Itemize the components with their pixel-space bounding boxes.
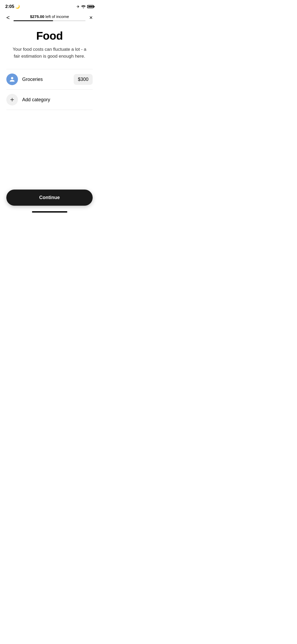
groceries-label: Groceries xyxy=(22,77,74,82)
status-time: 2:05 🌙 xyxy=(5,4,20,9)
page-subtitle: Your food costs can fluctuate a lot - a … xyxy=(6,46,93,59)
back-button[interactable]: < xyxy=(5,14,11,22)
groceries-amount[interactable]: $300 xyxy=(74,74,93,85)
home-indicator xyxy=(32,211,67,213)
category-list: Groceries $300 Add category xyxy=(6,69,93,110)
groceries-icon xyxy=(9,76,15,82)
income-suffix: left of income xyxy=(44,14,69,19)
plus-icon xyxy=(9,97,15,103)
income-text: $275.00 left of income xyxy=(13,14,86,19)
continue-button-container: Continue xyxy=(6,190,93,206)
status-icons: ✈ xyxy=(77,4,94,9)
groceries-row[interactable]: Groceries $300 xyxy=(6,69,93,90)
moon-icon: 🌙 xyxy=(15,4,20,9)
add-category-row[interactable]: Add category xyxy=(6,90,93,110)
continue-button[interactable]: Continue xyxy=(6,190,93,206)
close-button[interactable]: × xyxy=(88,14,94,22)
airplane-icon: ✈ xyxy=(77,4,80,9)
time-display: 2:05 xyxy=(5,4,14,9)
nav-title-section: $275.00 left of income xyxy=(11,14,88,21)
page-title: Food xyxy=(6,30,93,42)
income-amount: $275.00 xyxy=(30,14,44,19)
status-bar: 2:05 🌙 ✈ xyxy=(0,0,99,12)
progress-bar xyxy=(13,20,86,21)
battery-icon xyxy=(87,5,94,8)
main-content: Food Your food costs can fluctuate a lot… xyxy=(0,22,99,110)
add-icon-container xyxy=(6,94,18,105)
groceries-icon-container xyxy=(6,73,18,85)
nav-header: < $275.00 left of income × xyxy=(0,12,99,22)
wifi-icon xyxy=(81,5,86,8)
add-category-label: Add category xyxy=(22,97,93,103)
progress-fill xyxy=(13,20,53,21)
